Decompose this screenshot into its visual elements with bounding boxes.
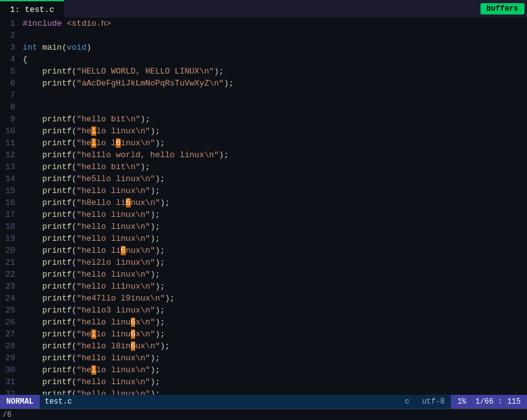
table-row: 28 printf("hello l8in6ux\n"); xyxy=(0,340,527,352)
code-area[interactable]: 1 #include <stdio.h> 2 3 int main(void) … xyxy=(0,18,527,395)
active-tab[interactable]: 1: test.c xyxy=(0,0,64,18)
table-row: 17 printf("hello linux\n"); xyxy=(0,209,527,221)
status-line-col: 1/66 xyxy=(475,397,494,406)
editor-container: 1: test.c buffers 1 #include <stdio.h> 2… xyxy=(0,0,527,420)
tab-bar: 1: test.c buffers xyxy=(0,0,527,18)
table-row: 29 printf("hello linux\n"); xyxy=(0,352,527,364)
table-row: 20 printf("hello li6nux\n"); xyxy=(0,245,527,257)
table-row: 7 xyxy=(0,89,527,101)
table-row: 23 printf("hello li1nux\n"); xyxy=(0,280,527,292)
table-row: 15 printf("hello linux\n"); xyxy=(0,185,527,197)
table-row: 19 printf("hello linux\n"); xyxy=(0,233,527,245)
table-row: 31 printf("hello linux\n"); xyxy=(0,376,527,388)
status-filetype: c xyxy=(399,397,416,406)
code-lines: 1 #include <stdio.h> 2 3 int main(void) … xyxy=(0,18,527,395)
status-percent: 1% xyxy=(457,397,466,406)
status-bar: NORMAL test.c c utf-8 1% 1/66 : 115 xyxy=(0,395,527,409)
table-row: 5 printf("HELLO WORLD, HELLO LINUX\n"); xyxy=(0,65,527,77)
table-row: 3 int main(void) xyxy=(0,41,527,53)
table-row: 32 printf("hello linux\n"); xyxy=(0,388,527,395)
table-row: 22 printf("hello linux\n"); xyxy=(0,268,527,280)
status-filename: test.c xyxy=(45,397,72,406)
buffers-badge[interactable]: buffers xyxy=(480,3,524,14)
table-row: 4 { xyxy=(0,53,527,65)
table-row: 14 printf("he5llo linux\n"); xyxy=(0,173,527,185)
table-row: 11 printf("hello l6inux\n"); xyxy=(0,137,527,149)
command-line: /6 xyxy=(0,409,527,420)
table-row: 25 printf("hello3 linux\n"); xyxy=(0,304,527,316)
table-row: 26 printf("hello linu6x\n"); xyxy=(0,316,527,328)
table-row: 10 printf("hello linux\n"); xyxy=(0,125,527,137)
table-row: 30 printf("hello linux\n"); xyxy=(0,364,527,376)
table-row: 16 printf("h8ello li6nux\n"); xyxy=(0,197,527,209)
table-row: 1 #include <stdio.h> xyxy=(0,18,527,30)
status-encoding: utf-8 xyxy=(416,397,451,406)
table-row: 2 xyxy=(0,30,527,41)
table-row: 24 printf("he47llo l9inux\n"); xyxy=(0,292,527,304)
table-row: 9 printf("hello bit\n"); xyxy=(0,113,527,125)
vim-mode: NORMAL xyxy=(0,395,40,409)
tab-label: 1: test.c xyxy=(10,5,54,14)
status-position: 1% 1/66 : 115 xyxy=(451,395,527,409)
table-row: 12 printf("hel1lo world, hello linux\n")… xyxy=(0,149,527,161)
table-row: 21 printf("hel2lo linux\n"); xyxy=(0,257,527,268)
command-text: /6 xyxy=(3,411,11,419)
table-row: 8 xyxy=(0,101,527,113)
table-row: 6 printf("aAcDeFgHiJkLmNoPqRsTuVwXyZ\n")… xyxy=(0,77,527,89)
table-row: 13 printf("hello bit\n"); xyxy=(0,161,527,173)
table-row: 18 printf("hello linux\n"); xyxy=(0,221,527,233)
table-row: 27 printf("hello linu6x\n"); xyxy=(0,328,527,340)
status-column: 115 xyxy=(507,397,521,406)
